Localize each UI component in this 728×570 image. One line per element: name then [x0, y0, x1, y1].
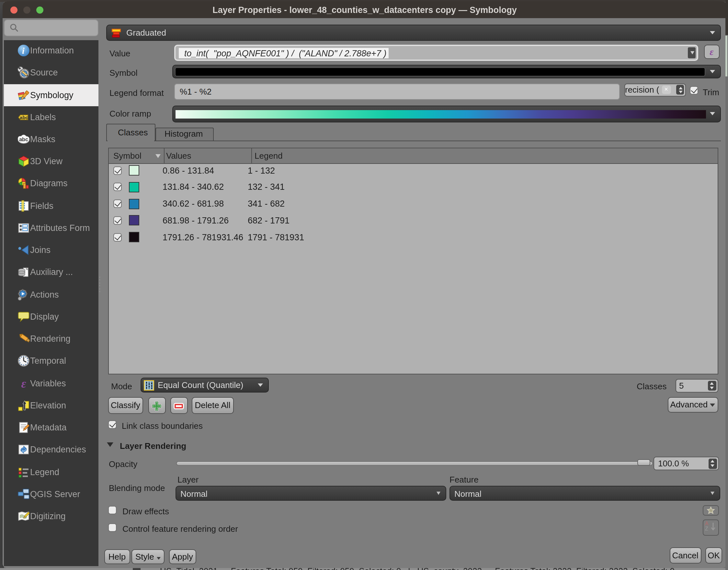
svg-text:ε: ε [21, 377, 26, 389]
svg-text:abc: abc [19, 114, 28, 120]
svg-text:i: i [22, 46, 24, 56]
svg-text:abc: abc [19, 137, 28, 142]
